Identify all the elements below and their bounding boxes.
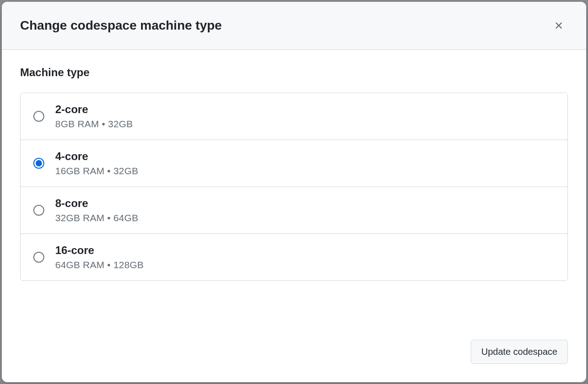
option-text: 2-core 8GB RAM • 32GB [55, 103, 133, 130]
modal-header: Change codespace machine type [2, 2, 586, 50]
modal-title: Change codespace machine type [20, 18, 222, 33]
option-title: 4-core [55, 150, 138, 163]
change-machine-type-modal: Change codespace machine type Machine ty… [2, 2, 586, 382]
machine-option-4core[interactable]: 4-core 16GB RAM • 32GB [21, 140, 567, 187]
option-title: 8-core [55, 197, 138, 210]
radio-icon [33, 111, 44, 122]
modal-body: Machine type 2-core 8GB RAM • 32GB 4-cor… [2, 50, 586, 340]
option-specs: 32GB RAM • 64GB [55, 213, 138, 223]
modal-footer: Update codespace [2, 340, 586, 382]
option-specs: 16GB RAM • 32GB [55, 166, 138, 176]
option-text: 4-core 16GB RAM • 32GB [55, 150, 138, 176]
machine-type-options: 2-core 8GB RAM • 32GB 4-core 16GB RAM • … [20, 93, 568, 281]
radio-icon [33, 252, 44, 263]
machine-option-8core[interactable]: 8-core 32GB RAM • 64GB [21, 187, 567, 234]
machine-type-label: Machine type [20, 66, 568, 79]
machine-option-16core[interactable]: 16-core 64GB RAM • 128GB [21, 234, 567, 280]
machine-option-2core[interactable]: 2-core 8GB RAM • 32GB [21, 93, 567, 140]
option-title: 16-core [55, 244, 144, 257]
option-specs: 64GB RAM • 128GB [55, 259, 144, 270]
close-icon [553, 20, 564, 31]
option-specs: 8GB RAM • 32GB [55, 119, 133, 130]
option-text: 8-core 32GB RAM • 64GB [55, 197, 138, 223]
option-text: 16-core 64GB RAM • 128GB [55, 244, 144, 270]
option-title: 2-core [55, 103, 133, 116]
close-button[interactable] [550, 16, 568, 35]
update-codespace-button[interactable]: Update codespace [471, 340, 568, 364]
radio-icon [33, 158, 44, 169]
radio-icon [33, 205, 44, 216]
